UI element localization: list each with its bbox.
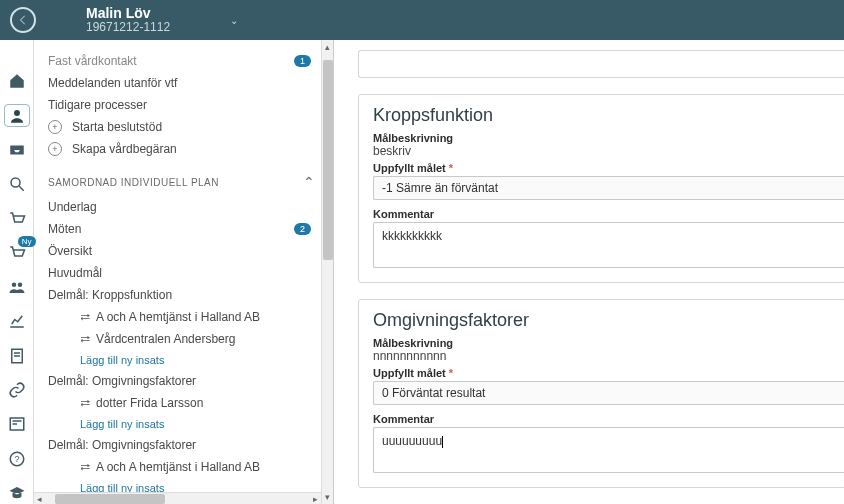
uppfyllt-select-kropp[interactable]: -1 Sämre än förväntat — [373, 176, 844, 200]
news-icon — [8, 415, 26, 433]
nav-lagg-insats-1[interactable]: Lägg till ny insats — [48, 350, 319, 370]
patient-info: Malin Löv 19671212-1112 — [86, 6, 170, 35]
textarea-value: uuuuuuuuu — [382, 434, 442, 448]
hscroll-thumb[interactable] — [55, 494, 165, 504]
nav-starta-beslutstod[interactable]: + Starta beslutstöd — [48, 116, 319, 138]
section-sip[interactable]: SAMORDNAD INDIVIDUELL PLAN ⌃ — [48, 160, 319, 196]
rail-education[interactable] — [4, 482, 30, 504]
card-title: Kroppsfunktion — [373, 105, 831, 126]
kommentar-label: Kommentar — [373, 208, 831, 220]
nav-underlag[interactable]: Underlag — [48, 196, 319, 218]
scroll-up-icon[interactable]: ▴ — [325, 40, 330, 54]
nav-label: Delmål: Omgivningsfaktorer — [48, 374, 196, 388]
document-icon — [8, 347, 26, 365]
nav-label: Starta beslutstöd — [72, 120, 162, 134]
rail-inbox[interactable] — [4, 139, 30, 161]
nav-tidigare[interactable]: Tidigare processer — [48, 94, 319, 116]
uppfyllt-select-omg[interactable]: 0 Förväntat resultat — [373, 381, 844, 405]
rail-help[interactable]: ? — [4, 447, 30, 469]
rail-group[interactable] — [4, 276, 30, 298]
nav-moten[interactable]: Möten 2 — [48, 218, 319, 240]
nav-label: Vårdcentralen Andersberg — [96, 332, 235, 346]
sidebar: ‹ Fast vårdkontakt 1 Meddelanden utanför… — [34, 40, 334, 504]
share-icon: ⮂ — [80, 312, 90, 323]
chevron-up-icon: ⌃ — [303, 174, 316, 190]
nav-huvudmal[interactable]: Huvudmål — [48, 262, 319, 284]
kommentar-textarea-kropp[interactable]: kkkkkkkkkk — [373, 222, 844, 268]
rail-home[interactable] — [4, 70, 30, 92]
card-top-empty — [358, 50, 844, 78]
malbeskrivning-value: beskriv — [373, 144, 831, 158]
nav-oversikt[interactable]: Översikt — [48, 240, 319, 262]
home-icon — [8, 72, 26, 90]
nav-skapa-vardbegaran[interactable]: + Skapa vårdbegäran — [48, 138, 319, 160]
nav-aoa-1[interactable]: ⮂A och A hemtjänst i Halland AB — [48, 306, 319, 328]
cart-icon — [8, 210, 26, 228]
back-button[interactable] — [10, 7, 36, 33]
card-kroppsfunktion: Kroppsfunktion Målbeskrivning beskriv Up… — [358, 94, 844, 283]
nav-dotter[interactable]: ⮂dotter Frida Larsson — [48, 392, 319, 414]
nav-label: Skapa vårdbegäran — [72, 142, 177, 156]
nav-label: Möten — [48, 222, 81, 236]
svg-point-1 — [11, 178, 20, 187]
svg-point-4 — [17, 283, 22, 288]
section-title: SAMORDNAD INDIVIDUELL PLAN — [48, 177, 219, 188]
card-omgivningsfaktorer: Omgivningsfaktorer Målbeskrivning nnnnnn… — [358, 299, 844, 488]
nav-label: Fast vårdkontakt — [48, 54, 137, 68]
rail-cart[interactable] — [4, 207, 30, 229]
rail-cart-new[interactable]: Ny — [4, 242, 30, 264]
nav-label: Delmål: Omgivningsfaktorer — [48, 438, 196, 452]
patient-dropdown[interactable]: ⌄ — [230, 15, 238, 26]
nav-label: dotter Frida Larsson — [96, 396, 203, 410]
sidebar-hscrollbar[interactable]: ◂ ▸ — [34, 492, 321, 504]
share-icon: ⮂ — [80, 398, 90, 409]
search-icon — [8, 175, 26, 193]
scroll-left-icon[interactable]: ◂ — [34, 494, 45, 504]
scroll-thumb[interactable] — [323, 60, 333, 260]
nav-meddelanden[interactable]: Meddelanden utanför vtf — [48, 72, 319, 94]
rail-search[interactable] — [4, 173, 30, 195]
share-icon: ⮂ — [80, 462, 90, 473]
scroll-down-icon[interactable]: ▾ — [325, 490, 330, 504]
help-icon: ? — [8, 450, 26, 468]
nav-vardcentral[interactable]: ⮂Vårdcentralen Andersberg — [48, 328, 319, 350]
nav-delmal-kropp[interactable]: Delmål: Kroppsfunktion — [48, 284, 319, 306]
count-badge: 1 — [294, 55, 311, 67]
card-title: Omgivningsfaktorer — [373, 310, 831, 331]
nav-aoa-2[interactable]: ⮂A och A hemtjänst i Halland AB — [48, 456, 319, 478]
app-header: Malin Löv 19671212-1112 ⌄ — [0, 0, 844, 40]
kommentar-textarea-omg[interactable]: uuuuuuuuu — [373, 427, 844, 473]
link-icon — [8, 381, 26, 399]
label-text: Uppfyllt målet — [373, 162, 446, 174]
scroll-right-icon[interactable]: ▸ — [310, 494, 321, 504]
graduation-icon — [8, 484, 26, 502]
nav-fast-vardkontakt[interactable]: Fast vårdkontakt 1 — [48, 50, 319, 72]
share-icon: ⮂ — [80, 334, 90, 345]
rail-doc[interactable] — [4, 345, 30, 367]
select-value: -1 Sämre än förväntat — [382, 181, 498, 195]
label-text: Uppfyllt målet — [373, 367, 446, 379]
required-mark: * — [449, 162, 453, 174]
svg-point-0 — [14, 110, 20, 116]
svg-text:?: ? — [14, 454, 19, 464]
sidebar-vscrollbar[interactable]: ▴ ▾ — [321, 40, 333, 504]
nav-label: A och A hemtjänst i Halland AB — [96, 460, 260, 474]
icon-rail: Ny ? — [0, 40, 34, 504]
rail-news[interactable] — [4, 413, 30, 435]
new-badge: Ny — [18, 236, 36, 247]
rail-patient[interactable] — [4, 104, 30, 127]
main-content: Kroppsfunktion Målbeskrivning beskriv Up… — [334, 40, 844, 504]
rail-stats[interactable] — [4, 310, 30, 332]
nav-delmal-omg1[interactable]: Delmål: Omgivningsfaktorer — [48, 370, 319, 392]
nav-lagg-insats-2[interactable]: Lägg till ny insats — [48, 414, 319, 434]
nav-label: Huvudmål — [48, 266, 102, 280]
malbeskrivning-value: nnnnnnnnnnn — [373, 349, 831, 363]
rail-link[interactable] — [4, 379, 30, 401]
nav-label: Underlag — [48, 200, 97, 214]
required-mark: * — [449, 367, 453, 379]
inbox-icon — [8, 141, 26, 159]
nav-label: Meddelanden utanför vtf — [48, 76, 177, 90]
select-value: 0 Förväntat resultat — [382, 386, 485, 400]
nav-delmal-omg2[interactable]: Delmål: Omgivningsfaktorer — [48, 434, 319, 456]
uppfyllt-label: Uppfyllt målet * — [373, 367, 831, 379]
